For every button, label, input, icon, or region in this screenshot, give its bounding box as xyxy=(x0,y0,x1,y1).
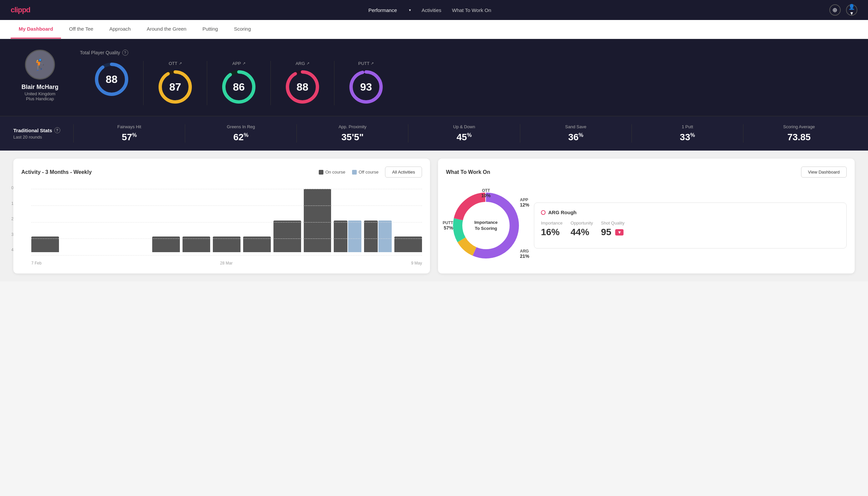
ring-arg: 88 xyxy=(284,68,321,105)
metric-opportunity: Opportunity 44% xyxy=(571,220,593,237)
stat-app-proximity: App. Proximity 35'5" xyxy=(297,124,408,143)
trad-stats-label: Traditional Stats ? xyxy=(13,127,73,133)
legend-off-course: Off course xyxy=(352,170,379,174)
what-to-work-on-card: What To Work On View Dashboard Importanc… xyxy=(438,158,855,274)
bar-group-5 xyxy=(183,236,210,252)
stat-greens-in-reg: Greens In Reg 62% xyxy=(185,124,297,143)
bar-group-12 xyxy=(394,236,422,252)
chart-header: Activity - 3 Months - Weekly On course O… xyxy=(21,167,422,177)
tab-putting[interactable]: Putting xyxy=(194,20,226,38)
bar-group-9 xyxy=(304,189,331,252)
stat-fairways-hit: Fairways Hit 57% xyxy=(73,124,185,143)
performance-dropdown-arrow: ▾ xyxy=(409,8,411,12)
bar-on-course-5 xyxy=(183,236,210,252)
avatar: 🏌️ xyxy=(25,50,55,80)
hero-section: 🏌️ Blair McHarg United Kingdom Plus Hand… xyxy=(0,39,868,116)
chart-legend: On course Off course xyxy=(319,170,379,174)
score-arg: ARG ↗ 88 xyxy=(271,61,334,105)
scores-section: Total Player Quality ? 88 xyxy=(80,50,855,105)
bar-group-6 xyxy=(213,236,240,252)
bar-off-course-11 xyxy=(378,220,392,252)
player-handicap: Plus Handicap xyxy=(26,96,54,101)
player-country: United Kingdom xyxy=(25,91,56,96)
nav-links: Performance ▾ Activities What To Work On xyxy=(368,7,491,13)
view-dashboard-button[interactable]: View Dashboard xyxy=(801,167,847,177)
donut-label-arg: ARG 21% xyxy=(520,249,529,259)
tabs-bar: My Dashboard Off the Tee Approach Around… xyxy=(0,20,868,39)
chart-y-labels: 4 3 2 1 0 xyxy=(11,186,14,252)
legend-on-course: On course xyxy=(319,170,345,174)
score-putt-value: 93 xyxy=(360,81,372,93)
putt-label: PUTT ↗ xyxy=(358,61,374,66)
bar-on-course-4 xyxy=(152,236,180,252)
donut-label-putt: PUTT 57% xyxy=(443,220,453,231)
bar-on-course-11 xyxy=(364,220,377,252)
stat-sand-save: Sand Save 36% xyxy=(520,124,632,143)
metric-importance: Importance 16% xyxy=(541,220,563,237)
donut-label-app: APP 12% xyxy=(520,198,529,207)
arg-arrow-icon: ↗ xyxy=(306,61,310,66)
trad-info-icon[interactable]: ? xyxy=(54,127,60,133)
ring-ott: 87 xyxy=(157,68,193,105)
stat-up-and-down: Up & Down 45% xyxy=(408,124,520,143)
bar-group-11 xyxy=(364,220,392,252)
tpq-info-icon[interactable]: ? xyxy=(122,50,128,56)
nav-performance[interactable]: Performance ▾ xyxy=(368,7,411,13)
tpq-label: Total Player Quality ? xyxy=(80,50,855,56)
tab-scoring[interactable]: Scoring xyxy=(226,20,259,38)
traditional-stats-section: Traditional Stats ? Last 20 rounds Fairw… xyxy=(0,116,868,151)
wtwo-title: What To Work On xyxy=(446,169,490,175)
chart-x-labels: 7 Feb 28 Mar 9 May xyxy=(31,261,422,265)
arg-label: ARG ↗ xyxy=(296,61,309,66)
nav-activities[interactable]: Activities xyxy=(422,7,441,13)
player-name: Blair McHarg xyxy=(21,83,58,91)
bottom-section: Activity - 3 Months - Weekly On course O… xyxy=(0,151,868,281)
putt-arrow-icon: ↗ xyxy=(371,61,374,66)
chart-area xyxy=(31,186,422,259)
bar-group-8 xyxy=(273,220,301,252)
metric-shot-quality: Shot Quality 95 ▼ xyxy=(601,220,625,237)
bar-group-7 xyxy=(243,236,271,252)
off-course-legend-dot xyxy=(352,170,357,174)
nav-what-to-work-on[interactable]: What To Work On xyxy=(452,7,491,13)
nav-right: ⊕ 👤 ▾ xyxy=(830,4,857,16)
player-info: 🏌️ Blair McHarg United Kingdom Plus Hand… xyxy=(13,50,67,101)
donut-center-text: Importance To Scoring xyxy=(474,219,498,232)
stat-one-putt: 1 Putt 33% xyxy=(632,124,743,143)
tab-around-the-green[interactable]: Around the Green xyxy=(139,20,194,38)
ring-putt: 93 xyxy=(348,68,384,105)
shot-quality-badge: ▼ xyxy=(615,229,624,235)
chart-title: Activity - 3 Months - Weekly xyxy=(21,169,92,175)
score-total: 88 xyxy=(80,61,144,105)
stat-scoring-average: Scoring Average 73.85 xyxy=(743,124,855,143)
add-button[interactable]: ⊕ xyxy=(830,4,841,16)
bar-on-course-0 xyxy=(31,236,59,252)
tab-off-the-tee[interactable]: Off the Tee xyxy=(61,20,101,38)
score-arg-value: 88 xyxy=(297,81,309,93)
tab-my-dashboard[interactable]: My Dashboard xyxy=(11,20,61,38)
bar-on-course-6 xyxy=(213,236,240,252)
tab-approach[interactable]: Approach xyxy=(101,20,139,38)
user-menu-button[interactable]: 👤 ▾ xyxy=(846,4,857,16)
app-label: APP ↗ xyxy=(232,61,245,66)
score-total-value: 88 xyxy=(106,73,117,86)
all-activities-button[interactable]: All Activities xyxy=(385,167,422,177)
bar-on-course-8 xyxy=(273,220,301,252)
score-ott: OTT ↗ 87 xyxy=(144,61,207,105)
activity-chart-card: Activity - 3 Months - Weekly On course O… xyxy=(13,158,430,274)
donut-chart: Importance To Scoring PUTT 57% OTT 10% A… xyxy=(446,186,526,265)
bar-group-0 xyxy=(31,236,59,252)
on-course-legend-dot xyxy=(319,170,323,174)
score-rings: 88 OTT ↗ 87 xyxy=(80,61,855,105)
bar-on-course-12 xyxy=(394,236,422,252)
top-nav: clippd Performance ▾ Activities What To … xyxy=(0,0,868,20)
info-card-title: ARG Rough xyxy=(541,210,840,215)
info-metrics: Importance 16% Opportunity 44% Shot Qual… xyxy=(541,220,840,237)
info-card: ARG Rough Importance 16% Opportunity 44%… xyxy=(534,203,847,248)
ott-arrow-icon: ↗ xyxy=(179,61,182,66)
trad-stats-sublabel: Last 20 rounds xyxy=(13,135,73,140)
score-app-value: 86 xyxy=(233,81,245,93)
bar-group-10 xyxy=(334,220,361,252)
ring-app: 86 xyxy=(221,68,257,105)
logo: clippd xyxy=(11,6,30,14)
